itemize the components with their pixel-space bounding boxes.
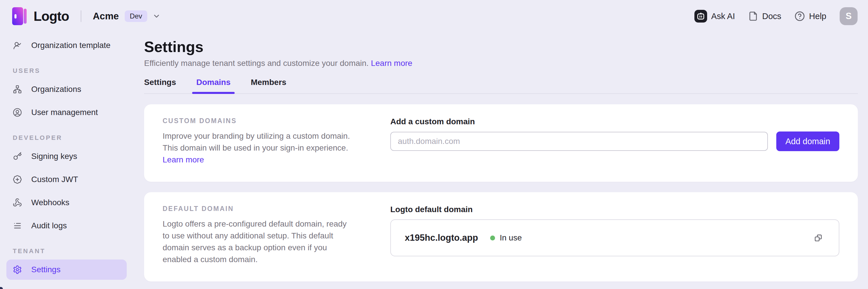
tenant-selector-button[interactable] bbox=[153, 12, 161, 20]
sidebar: Organization template USERS Organization… bbox=[0, 32, 133, 283]
tenant-name[interactable]: Acme bbox=[93, 11, 119, 22]
default-domain-description: Logto offers a pre-configured default do… bbox=[163, 218, 352, 265]
tab-domains[interactable]: Domains bbox=[196, 78, 230, 93]
add-domain-button[interactable]: Add domain bbox=[776, 132, 839, 151]
custom-domains-description-text: Improve your branding by utilizing a cus… bbox=[163, 132, 350, 152]
topbar: Logto Acme Dev Ask AI Docs bbox=[0, 0, 868, 32]
sidebar-section-users: USERS bbox=[6, 67, 127, 75]
sidebar-item-user-management[interactable]: User management bbox=[6, 102, 127, 122]
main-content: Settings Efficiently manage tenant setti… bbox=[133, 32, 868, 282]
chevron-down-icon bbox=[153, 12, 161, 20]
add-custom-domain-row: Add domain bbox=[390, 132, 839, 151]
webhook-icon bbox=[13, 198, 22, 207]
key-icon bbox=[13, 152, 22, 161]
logto-default-domain-label: Logto default domain bbox=[390, 205, 839, 214]
copy-icon bbox=[814, 233, 823, 242]
default-domain-section-title: DEFAULT DOMAIN bbox=[163, 205, 352, 213]
tab-settings[interactable]: Settings bbox=[144, 78, 176, 93]
app-layout: Organization template USERS Organization… bbox=[0, 32, 868, 283]
help-label: Help bbox=[809, 11, 826, 21]
sidebar-item-label: Signing keys bbox=[31, 152, 77, 161]
sidebar-section-developer: DEVELOPER bbox=[6, 134, 127, 142]
page-subtitle-text: Efficiently manage tenant settings and c… bbox=[144, 59, 369, 68]
sidebar-item-label: Organizations bbox=[31, 85, 81, 94]
custom-domains-section-title: CUSTOM DOMAINS bbox=[163, 117, 352, 125]
tab-members[interactable]: Members bbox=[251, 78, 286, 93]
sidebar-item-settings[interactable]: Settings bbox=[6, 259, 127, 280]
default-domain-description-column: DEFAULT DOMAIN Logto offers a pre-config… bbox=[163, 205, 352, 265]
page-subtitle: Efficiently manage tenant settings and c… bbox=[144, 59, 858, 68]
sitemap-icon bbox=[13, 85, 22, 94]
sidebar-item-label: Webhooks bbox=[31, 198, 69, 207]
gear-icon bbox=[13, 265, 22, 274]
corner-widget-edge bbox=[0, 287, 3, 289]
domain-status: In use bbox=[490, 233, 522, 243]
env-badge: Dev bbox=[125, 10, 148, 22]
sidebar-item-label: Organization template bbox=[31, 41, 111, 50]
user-circle-icon bbox=[13, 108, 22, 117]
copy-domain-button[interactable] bbox=[814, 233, 823, 242]
brand: Logto bbox=[11, 7, 69, 26]
custom-domains-form-column: Add a custom domain Add domain bbox=[390, 117, 839, 166]
default-domain-column: Logto default domain x195hc.logto.app In… bbox=[390, 205, 839, 265]
badge-plus-icon bbox=[13, 175, 22, 184]
in-use-status-label: In use bbox=[500, 233, 522, 243]
document-icon bbox=[748, 11, 758, 21]
sidebar-item-label: Audit logs bbox=[31, 221, 67, 230]
sidebar-item-label: Settings bbox=[31, 265, 60, 274]
subtitle-learn-more-link[interactable]: Learn more bbox=[371, 59, 412, 68]
default-domain-card: DEFAULT DOMAIN Logto offers a pre-config… bbox=[144, 192, 858, 282]
default-domain-box: x195hc.logto.app In use bbox=[390, 219, 839, 256]
sidebar-item-custom-jwt[interactable]: Custom JWT bbox=[6, 169, 127, 190]
in-use-status-dot bbox=[490, 236, 495, 241]
docs-label: Docs bbox=[762, 11, 781, 21]
custom-domains-card: CUSTOM DOMAINS Improve your branding by … bbox=[144, 104, 858, 182]
ask-ai-button[interactable]: Ask AI bbox=[694, 10, 735, 23]
sidebar-item-webhooks[interactable]: Webhooks bbox=[6, 192, 127, 213]
custom-domains-description-column: CUSTOM DOMAINS Improve your branding by … bbox=[163, 117, 352, 166]
logto-logo-icon bbox=[11, 7, 28, 26]
question-circle-icon bbox=[795, 11, 805, 22]
tab-bar: Settings Domains Members bbox=[144, 78, 858, 94]
custom-domain-input[interactable] bbox=[390, 132, 768, 151]
brand-wordmark: Logto bbox=[34, 8, 69, 24]
custom-domains-learn-more-link[interactable]: Learn more bbox=[163, 155, 204, 164]
page-title: Settings bbox=[144, 39, 858, 55]
topbar-divider bbox=[81, 10, 81, 22]
sidebar-item-organization-template[interactable]: Organization template bbox=[6, 35, 127, 56]
docs-button[interactable]: Docs bbox=[748, 11, 781, 21]
sidebar-item-audit-logs[interactable]: Audit logs bbox=[6, 216, 127, 236]
add-custom-domain-label: Add a custom domain bbox=[390, 117, 839, 126]
user-avatar[interactable]: S bbox=[840, 7, 858, 25]
user-check-icon bbox=[13, 41, 22, 50]
topbar-actions: Ask AI Docs Help S bbox=[694, 7, 858, 25]
sidebar-item-signing-keys[interactable]: Signing keys bbox=[6, 146, 127, 167]
sidebar-item-label: Custom JWT bbox=[31, 175, 78, 184]
ask-ai-icon bbox=[694, 10, 707, 23]
sidebar-item-label: User management bbox=[31, 108, 98, 117]
default-domain-value: x195hc.logto.app bbox=[405, 232, 478, 243]
sidebar-section-tenant: TENANT bbox=[6, 247, 127, 255]
custom-domains-description: Improve your branding by utilizing a cus… bbox=[163, 130, 352, 166]
ask-ai-label: Ask AI bbox=[711, 11, 735, 21]
sidebar-item-organizations[interactable]: Organizations bbox=[6, 79, 127, 99]
help-button[interactable]: Help bbox=[795, 11, 826, 22]
list-icon bbox=[13, 221, 22, 230]
